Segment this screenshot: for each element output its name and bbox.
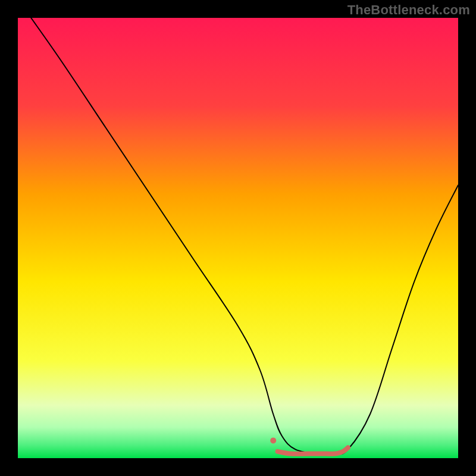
annotation-optimal-marker-dot [270, 437, 276, 443]
plot-area [18, 18, 458, 458]
attribution-label: TheBottleneck.com [347, 2, 470, 18]
gradient-background [18, 18, 458, 458]
chart-svg [18, 18, 458, 458]
chart-frame: TheBottleneck.com [0, 0, 476, 476]
